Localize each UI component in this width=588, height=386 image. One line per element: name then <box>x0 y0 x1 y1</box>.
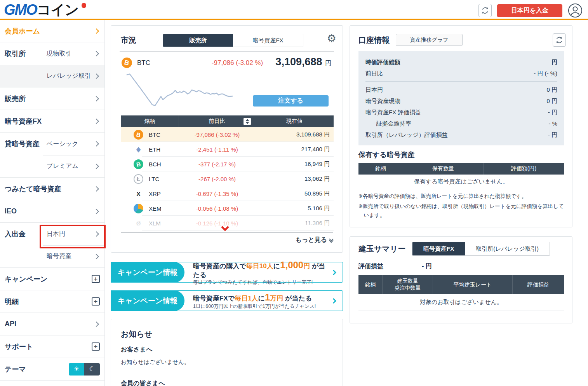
campaign-label: キャンペーン情報 <box>111 262 184 283</box>
positions-panel-title: 建玉サマリー <box>358 244 405 254</box>
tab-exchange-leverage[interactable]: 取引所(レバレッジ取引) <box>465 242 550 255</box>
table-row-xem[interactable]: XEM -0.056 (-1.08 %) 5.106 円 <box>121 201 334 216</box>
sidebar-item-deposit-crypto[interactable]: 暗号資産 <box>0 245 104 268</box>
refresh-icon <box>555 36 563 44</box>
dark-theme-moon-icon[interactable]: ☾ <box>84 363 100 376</box>
sidebar-item-sales-office[interactable]: 販売所 <box>0 87 104 110</box>
tab-crypto-fx[interactable]: 暗号資産FX <box>233 34 303 47</box>
notices-section2-title: 会員の皆さまへ <box>121 379 333 386</box>
sort-icon[interactable] <box>244 118 251 125</box>
holdings-notes: ※各暗号資産の評価額は、販売所レートを元に算出された概算額です。 ※販売所で取り… <box>358 192 565 221</box>
sidebar-item-exchange-spot[interactable]: 取引所 現物取引 <box>0 42 104 65</box>
theme-toggle[interactable]: ☀ ☾ <box>69 363 100 376</box>
sidebar-item-support[interactable]: サポート + <box>0 335 104 358</box>
sidebar-item-ieo[interactable]: IEO <box>0 200 104 223</box>
logo-text-gmo: GMO <box>4 2 37 18</box>
campaign-title-mid: に <box>273 262 280 270</box>
row-value: 円 <box>551 56 557 68</box>
sidebar-item-lending-premium[interactable]: プレミアム <box>0 155 104 178</box>
chevron-right-icon <box>94 118 99 124</box>
change-value: -97,086 (-3.02 %) <box>179 131 255 138</box>
gmo-coin-logo[interactable]: GMO コイン <box>4 1 78 19</box>
table-row-eth[interactable]: ◆ETH -2,451 (-1.11 %) 217,480 円 <box>121 142 334 157</box>
positions-pl-value: - 円 <box>422 262 432 271</box>
sidebar-item-deposit-jpy[interactable]: 入出金 日本円 <box>0 223 104 245</box>
price-value: 50.895 円 <box>255 190 334 197</box>
table-row-ltc[interactable]: ŁLTC -267 (-2.00 %) 13,062 円 <box>121 171 334 186</box>
campaign-body: 暗号資産FXで毎日1人に1万円 が当たる 1日に600万円以上の新規取引で1万円… <box>184 292 332 310</box>
chevron-right-icon <box>94 321 99 327</box>
xrp-icon: X <box>134 189 143 199</box>
sidebar-label-jpy: 日本円 <box>47 230 65 238</box>
table-row-xrp[interactable]: XXRP -0.697 (-1.35 %) 50.895 円 <box>121 186 334 201</box>
plus-expand-icon[interactable]: + <box>92 275 100 283</box>
chevron-right-icon <box>94 208 99 214</box>
row-value: - % <box>549 118 558 129</box>
column-change[interactable]: 前日比 <box>179 115 255 127</box>
column-amount: 保有数量 <box>403 163 484 175</box>
show-more-link[interactable]: もっと見る <box>296 236 333 244</box>
position-summary-panel: 建玉サマリー 暗号資産FX 取引所(レバレッジ取引) 評価損益 - 円 銘柄 建… <box>350 236 572 323</box>
summary-row-crypto-spot: 暗号資産現物 0 円 <box>365 95 557 107</box>
chevron-right-icon <box>94 141 99 147</box>
campaign-title-prefix: 暗号資産FXで <box>193 295 235 302</box>
holdings-title: 保有する暗号資産 <box>358 150 415 159</box>
app-header: GMO コイン 日本円を入金 <box>0 0 588 20</box>
table-row-btc[interactable]: BBTC -97,086 (-3.02 %) 3,109,688 円 <box>121 127 334 142</box>
tab-crypto-fx[interactable]: 暗号資産FX <box>412 242 465 255</box>
account-refresh-button[interactable] <box>553 33 566 47</box>
featured-change: -97,086 (-3.02 %) <box>191 59 284 67</box>
column-symbol: 銘柄 <box>121 115 179 127</box>
light-theme-sun-icon[interactable]: ☀ <box>69 363 84 376</box>
gear-settings-icon[interactable]: ⚙ <box>327 33 336 44</box>
order-button[interactable]: 注文する <box>253 95 329 107</box>
price-value: 16,949 円 <box>255 161 334 168</box>
campaign-amount-unit: 円 <box>303 262 310 270</box>
holdings-note-1: ※各暗号資産の評価額は、販売所レートを元に算出された概算額です。 <box>358 192 565 201</box>
sidebar-label-crypto-fx: 暗号資産FX <box>0 117 42 126</box>
sidebar-item-tsumitate[interactable]: つみたて暗号資産 <box>0 178 104 200</box>
plus-expand-icon[interactable]: + <box>92 342 100 351</box>
campaign-amount-unit: 万円 <box>270 295 283 302</box>
symbol-label: LTC <box>149 176 159 182</box>
sidebar-item-api[interactable]: API <box>0 313 104 335</box>
featured-btc-row[interactable]: B BTC -97,086 (-3.02 %) 3,109,688 円 <box>121 58 333 69</box>
positions-empty-message: 対象のお取引はございません。 <box>358 294 564 310</box>
campaign-subtitle: 1日に600万円以上の新規取引で1万円が当たるチャンス! <box>193 304 332 310</box>
holdings-note-2: ※販売所で取り扱いのない銘柄は、取引所（現物取引）レートを元に評価額を算出してい… <box>358 202 565 220</box>
chevron-right-icon <box>94 51 99 56</box>
sidebar-label-api: API <box>0 320 16 328</box>
divider <box>43 245 104 246</box>
sidebar-label-sales-office: 販売所 <box>0 94 26 103</box>
sidebar-item-crypto-fx[interactable]: 暗号資産FX <box>0 110 104 133</box>
row-value: - 円 (- %) <box>534 68 557 79</box>
summary-row-fx-pl: 暗号資産FX 評価損益 - 円 <box>365 107 557 118</box>
deposit-jpy-button[interactable]: 日本円を入金 <box>497 4 562 17</box>
sidebar-label-lending: 貸暗号資産 <box>0 139 40 148</box>
sidebar-label-spot-trading: 現物取引 <box>47 50 71 58</box>
chevron-right-icon <box>94 186 99 191</box>
sidebar-item-exchange-leverage[interactable]: レバレッジ取引 <box>0 65 104 87</box>
refresh-button[interactable] <box>478 4 492 17</box>
campaign-banner-2[interactable]: キャンペーン情報 暗号資産FXで毎日1人に1万円 が当たる 1日に600万円以上… <box>111 290 343 311</box>
logo-red-dot <box>82 3 86 8</box>
campaign-title: 暗号資産FXで毎日1人に1万円 が当たる <box>193 295 312 302</box>
plus-expand-icon[interactable]: + <box>92 297 100 306</box>
sidebar-label-tsumitate: つみたて暗号資産 <box>0 184 61 194</box>
sidebar-item-statement[interactable]: 明細 + <box>0 290 104 313</box>
sidebar-item-campaign[interactable]: キャンペーン + <box>0 268 104 290</box>
notices-section1-body: お知らせはございません。 <box>121 358 333 366</box>
campaign-title-highlight: 毎日10人 <box>246 262 273 270</box>
sidebar-item-lending-basic[interactable]: 貸暗号資産 ベーシック <box>0 133 104 155</box>
market-tabbar: 販売所 暗号資産FX <box>163 34 303 47</box>
sidebar-label-ieo: IEO <box>0 207 17 215</box>
table-row-bch[interactable]: BBCH -377 (-2.17 %) 16,949 円 <box>121 157 334 171</box>
holdings-empty-message: 保有する暗号資産はございません。 <box>358 175 564 189</box>
row-label: 取引所（レバレッジ）評価損益 <box>365 129 448 140</box>
sidebar-item-member-home[interactable]: 会員ホーム <box>0 20 104 42</box>
account-menu-button[interactable] <box>568 3 583 18</box>
asset-graph-button[interactable]: 資産推移グラフ <box>396 34 463 46</box>
tab-sales-office[interactable]: 販売所 <box>163 34 233 47</box>
change-value: -0.697 (-1.35 %) <box>179 190 255 197</box>
campaign-banner-1[interactable]: キャンペーン情報 暗号資産の購入で毎日10人に1,000円 が当たる 毎日プラン… <box>111 262 343 283</box>
